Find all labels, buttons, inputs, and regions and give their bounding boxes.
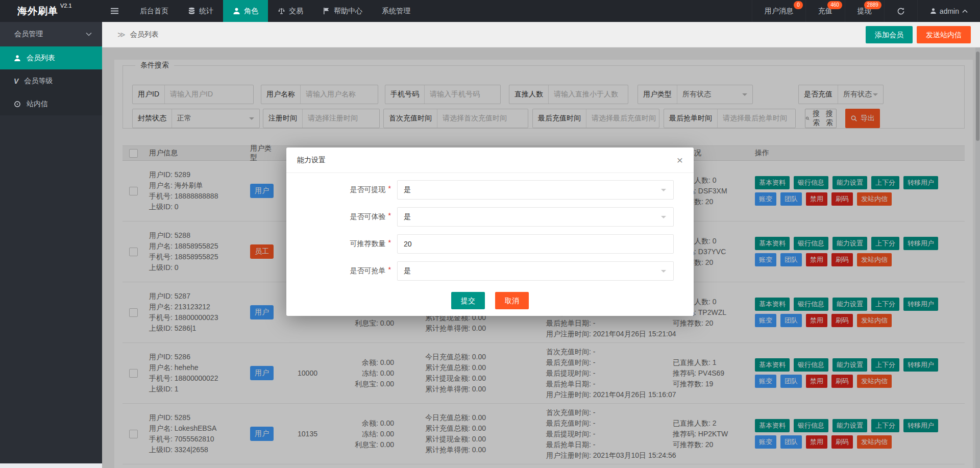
topbar-link[interactable]: 用户消息0 [752,0,805,22]
modal-field-value: 是 [404,266,661,276]
notification-badge: 460 [827,1,842,9]
nav-item-label: 帮助中心 [334,7,362,16]
breadcrumb-bar: ≫ 会员列表 添加会员 发送站内信 [102,22,980,47]
flag-icon [323,7,330,15]
sidebar-item[interactable]: 会员列表 [0,46,102,69]
modal-field-label-text: 是否可体验 [350,212,386,221]
modal-field-value: 20 [404,240,673,248]
required-asterisk: * [388,238,391,247]
add-member-button[interactable]: 添加会员 [866,26,913,43]
topbar-link[interactable]: 提现2889 [845,0,884,22]
send-site-message-button[interactable]: 发送站内信 [917,26,971,43]
app-title: 海外刷单 [17,6,58,16]
scales-icon [278,7,285,15]
modal-field-label-text: 是否可提现 [350,185,386,194]
modal-field-label: 是否可体验* [286,207,391,227]
topbar: 海外刷单V2.1 后台首页统计角色交易帮助中心系统管理 用户消息0充值460提现… [0,0,980,22]
sidebar-group-member-management[interactable]: 会员管理 [0,22,102,46]
nav-item[interactable]: 后台首页 [130,0,178,22]
top-nav: 后台首页统计角色交易帮助中心系统管理 [130,0,420,22]
caret-down-icon [661,270,666,275]
user-icon [930,8,937,14]
notification-badge: 0 [794,1,803,9]
modal-field: 可推荐数量*20 [286,234,694,254]
close-icon[interactable]: × [677,155,683,165]
nav-item[interactable]: 帮助中心 [313,0,372,22]
admin-menu[interactable]: admin [917,0,980,22]
chevron-down-icon [86,32,92,36]
ability-settings-modal: 能力设置 × 是否可提现*是是否可体验*是可推荐数量*20是否可抢单*是 提交 … [286,147,694,316]
app-logo: 海外刷单V2.1 [0,5,102,18]
sidebar-scrollbar[interactable] [0,463,102,468]
nav-item-label: 角色 [244,7,258,16]
cancel-button[interactable]: 取消 [495,292,529,309]
nav-item-label: 系统管理 [382,7,410,16]
breadcrumb-icon: ≫ [117,30,126,39]
modal-field-input[interactable]: 20 [397,234,674,254]
refresh-button[interactable] [884,0,917,22]
admin-username: admin [940,7,959,15]
modal-field-select[interactable]: 是 [397,207,674,227]
modal-field-label: 是否可提现* [286,180,391,200]
database-icon [188,7,195,15]
sidebar-item-label: 会员等级 [24,77,53,86]
modal-field: 是否可体验*是 [286,207,694,227]
user-icon [233,7,240,15]
nav-item-label: 统计 [199,7,213,16]
nav-item-label: 后台首页 [140,7,168,16]
user-icon [14,55,21,62]
modal-field-label-text: 可推荐数量 [350,239,386,249]
modal-field: 是否可抢单*是 [286,261,694,281]
modal-field-value: 是 [404,212,661,221]
modal-field-label: 可推荐数量* [286,234,391,254]
sidebar-item-label: 站内信 [27,100,48,109]
required-asterisk: * [388,265,391,274]
caret-down-icon [661,216,666,221]
sidebar: 会员管理 会员列表V会员等级站内信 [0,22,102,468]
topbar-right: 用户消息0充值460提现2889admin [752,0,980,22]
submit-button[interactable]: 提交 [451,292,485,309]
modal-field-label-text: 是否可抢单 [350,266,386,276]
menu-toggle-icon[interactable] [110,7,119,15]
required-asterisk: * [388,211,391,219]
topbar-link-label: 用户消息 [765,7,793,16]
sidebar-item-label: 会员列表 [27,54,55,63]
nav-item[interactable]: 交易 [268,0,313,22]
nav-item[interactable]: 系统管理 [372,0,420,22]
nav-item[interactable]: 角色 [223,0,268,22]
nav-item[interactable]: 统计 [178,0,223,22]
nav-item-label: 交易 [289,7,303,16]
refresh-icon [897,7,905,15]
ring-icon [14,101,21,108]
topbar-link[interactable]: 充值460 [805,0,845,22]
chevup-icon [962,9,968,13]
caret-down-icon [661,189,666,194]
app-version: V2.1 [60,3,72,9]
modal-field-select[interactable]: 是 [397,180,674,200]
v-icon: V [14,78,18,85]
modal-field-value: 是 [404,185,661,194]
required-asterisk: * [388,184,391,192]
modal-field-label: 是否可抢单* [286,261,391,281]
modal-field-select[interactable]: 是 [397,261,674,281]
modal-title: 能力设置 [297,156,326,165]
notification-badge: 2889 [864,1,881,9]
sidebar-item[interactable]: 站内信 [0,92,102,115]
sidebar-group-label: 会员管理 [14,30,43,39]
modal-field: 是否可提现*是 [286,180,694,200]
sidebar-item[interactable]: V会员等级 [0,69,102,92]
modal-header: 能力设置 × [286,147,694,173]
page-title: 会员列表 [130,30,159,39]
